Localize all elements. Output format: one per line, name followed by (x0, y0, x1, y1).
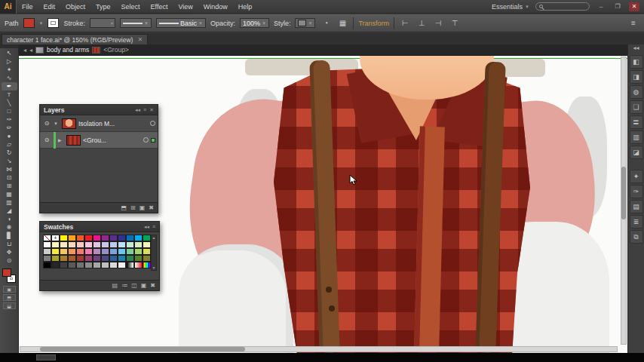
visibility-eye-icon[interactable]: ⊙ (42, 120, 51, 127)
paintbrush-tool[interactable]: ✑ (2, 115, 17, 124)
swatch[interactable] (134, 248, 143, 255)
horizontal-scrollbar-thumb[interactable] (40, 347, 245, 351)
swatch[interactable] (126, 248, 134, 255)
swatch[interactable] (43, 255, 51, 262)
menu-view[interactable]: View (173, 0, 198, 14)
color-panel-icon[interactable]: ◧ (630, 55, 643, 69)
swatch[interactable] (109, 235, 118, 241)
swatch[interactable] (68, 255, 76, 262)
pencil-tool[interactable]: ✏ (2, 124, 17, 132)
panel-collapse-icon[interactable]: ◂◂ (144, 224, 149, 230)
swatch[interactable] (60, 255, 68, 262)
graphic-styles-panel-icon[interactable]: ❏ (630, 100, 643, 114)
show-swatch-kinds-icon[interactable]: ≔ (121, 282, 127, 289)
fill-swatch-icon[interactable] (2, 268, 11, 277)
swatches-panel-icon[interactable]: ▤ (630, 200, 643, 213)
swatch[interactable] (134, 235, 143, 241)
swatch[interactable] (101, 248, 109, 255)
menu-type[interactable]: Type (90, 0, 116, 14)
rectangle-tool[interactable]: □ (2, 107, 17, 115)
target-circle-icon[interactable] (150, 121, 155, 126)
width-tool[interactable]: ⋈ (2, 165, 17, 173)
vertical-scrollbar[interactable] (621, 57, 627, 345)
panel-menu-icon[interactable]: ≡ (143, 107, 146, 113)
panel-collapse-icon[interactable]: ◂◂ (135, 107, 140, 113)
new-sublayer-icon[interactable]: ⊞ (130, 204, 136, 211)
exit-isolation-icon[interactable]: ◂ (23, 47, 26, 54)
swatch[interactable] (109, 255, 118, 262)
swatch[interactable] (76, 241, 84, 248)
menu-edit[interactable]: Edit (38, 0, 61, 14)
swatch[interactable] (60, 248, 68, 255)
layer-thumbnail[interactable] (66, 135, 81, 146)
layer-thumbnail[interactable] (62, 118, 76, 129)
swatch[interactable] (118, 241, 126, 248)
delete-layer-icon[interactable]: ✖ (149, 204, 154, 211)
swatch[interactable] (60, 235, 68, 241)
swatch[interactable] (93, 255, 101, 262)
type-tool[interactable]: T (2, 90, 17, 99)
screen-mode-icon[interactable]: ⬓ (3, 302, 16, 309)
blend-tool[interactable]: ◑ (2, 215, 17, 223)
swatches-panel-header[interactable]: Swatches ◂◂ ≡ (40, 222, 159, 232)
restore-button[interactable]: ❐ (612, 2, 623, 11)
swatch[interactable] (101, 255, 109, 262)
recolor-artwork-icon[interactable]: ◔ (320, 18, 332, 29)
swatch[interactable] (109, 241, 118, 248)
swatch[interactable] (68, 235, 76, 241)
panel-close-icon[interactable]: ✕ (149, 107, 154, 113)
workspace-switcher[interactable]: Essentials ▼ (492, 3, 529, 11)
swatch[interactable] (51, 262, 60, 268)
selection-tool[interactable]: ↖ (2, 49, 17, 57)
fill-stroke-indicator[interactable] (2, 268, 17, 284)
control-panel-menu-icon[interactable]: ≡ (627, 18, 639, 29)
new-swatch-icon[interactable]: ▣ (141, 282, 147, 289)
expand-panels-icon[interactable]: ◂◂ (633, 44, 639, 54)
swatch[interactable] (109, 262, 118, 268)
swatch[interactable] (143, 235, 151, 241)
document-tab[interactable]: character 1 face.ai* @ 150% (RGB/Preview… (2, 34, 148, 44)
swatch[interactable] (43, 248, 51, 255)
swatch[interactable] (68, 248, 76, 255)
eraser-tool[interactable]: ▱ (2, 140, 17, 149)
swatch[interactable] (126, 235, 134, 241)
swatch[interactable] (43, 262, 51, 268)
layer-name[interactable]: <Grou... (83, 137, 141, 144)
pen-tool[interactable]: ✒ (2, 82, 17, 90)
draw-normal-mode-icon[interactable]: ▣ (3, 286, 16, 293)
swatch[interactable] (93, 262, 101, 268)
swatch[interactable] (134, 255, 143, 262)
layer-row[interactable]: ⊙ ▶ <Grou... (40, 132, 158, 149)
swatch[interactable] (60, 241, 68, 248)
menu-effect[interactable]: Effect (146, 0, 173, 14)
disclosure-triangle-icon[interactable]: ▼ (54, 121, 60, 126)
make-clip-mask-icon[interactable]: ⬒ (121, 204, 127, 211)
swatch-scrollbar[interactable]: ▲ ▼ (151, 235, 157, 271)
magic-wand-tool[interactable]: ✦ (2, 66, 17, 74)
hand-tool[interactable]: ✥ (2, 248, 17, 256)
status-widget[interactable] (36, 354, 56, 360)
menu-object[interactable]: Object (60, 0, 90, 14)
close-button[interactable]: ✕ (629, 2, 639, 11)
fill-chevron-icon[interactable]: ▼ (39, 21, 44, 26)
align-center-icon[interactable]: ⊥ (416, 18, 428, 29)
stroke-weight-input[interactable]: ▾ (90, 18, 115, 28)
scroll-up-icon[interactable]: ▲ (152, 235, 156, 240)
swatch[interactable] (93, 235, 101, 241)
symbols-panel-icon[interactable]: ✦ (630, 170, 643, 183)
menu-select[interactable]: Select (116, 0, 146, 14)
vertical-scrollbar-thumb[interactable] (621, 167, 626, 219)
layers-panel-header[interactable]: Layers ◂◂ ≡ ✕ (40, 105, 158, 115)
swatch[interactable] (84, 262, 93, 268)
swatch[interactable] (51, 248, 60, 255)
menu-help[interactable]: Help (233, 0, 258, 14)
document-setup-icon[interactable]: ▦ (336, 18, 348, 29)
new-color-group-icon[interactable]: ◫ (131, 282, 137, 289)
column-graph-tool[interactable]: ▊ (2, 232, 17, 240)
swatch[interactable] (60, 262, 68, 268)
transform-link[interactable]: Transform (358, 20, 389, 27)
brush-definition-select[interactable]: Basic ▼ (156, 18, 206, 28)
tab-close-icon[interactable]: ✕ (137, 36, 143, 43)
artboards-panel-icon[interactable]: ⧉ (630, 230, 643, 244)
swatch[interactable] (101, 262, 109, 268)
